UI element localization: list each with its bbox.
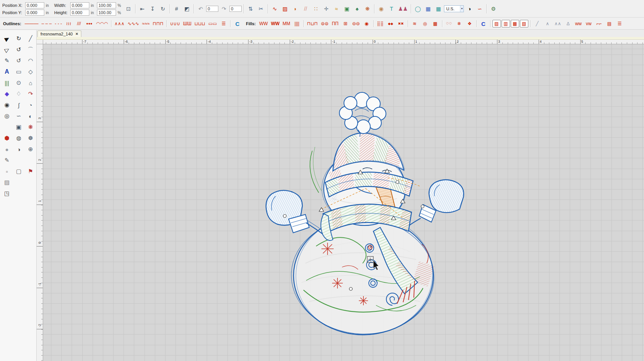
motif-gear-icon[interactable]: ❋ — [363, 3, 372, 14]
position-y-input[interactable] — [25, 10, 44, 16]
node-select-tool-icon[interactable]: ▷ — [0, 42, 15, 57]
fill-ellipses-icon[interactable]: ⊖⊖ — [351, 19, 361, 28]
outline-dash-short-icon[interactable]: - - - — [53, 19, 63, 28]
mirror-horizontal-icon[interactable]: ⇤ — [137, 3, 147, 14]
mitten-right[interactable] — [408, 180, 464, 226]
outline-loops-icon[interactable]: ∪∪∪ — [169, 19, 181, 28]
outline-wave-tight-icon[interactable]: ≈≈≈ — [141, 19, 151, 28]
undo-icon[interactable]: ↶ — [196, 3, 205, 14]
grid-blue-icon[interactable]: ▦ — [423, 3, 433, 14]
units-select[interactable]: U.S.▾ — [444, 5, 464, 12]
fill-spiral-icon[interactable]: ◎ — [420, 19, 430, 28]
fill-zigzag-m-icon[interactable]: MM — [281, 19, 291, 28]
outline-steps-icon[interactable]: ⊔⊔⊔ — [194, 19, 207, 28]
hexagon-tool-icon[interactable]: ⬢ — [1, 133, 13, 143]
redo-icon[interactable]: ↷ — [219, 3, 229, 14]
monogram-tool-icon[interactable]: ||| — [1, 77, 13, 88]
dropdown-arrow-icon[interactable]: ▾ — [460, 6, 463, 12]
house-tool-icon[interactable]: ⌂ — [25, 77, 36, 88]
crosshair-tool-icon[interactable]: ⊕ — [25, 144, 36, 155]
stitch-slant-icon[interactable]: // — [301, 3, 310, 14]
grid-teal-icon[interactable]: ▦ — [434, 3, 443, 14]
lens-tool-icon[interactable]: ◑ — [13, 144, 24, 155]
fill-zigzag-w2-icon[interactable]: ww — [574, 19, 583, 28]
fill-vertical-box-icon[interactable]: ▥ — [502, 20, 510, 27]
curve-path-icon[interactable]: ∽ — [475, 3, 484, 14]
width-input[interactable] — [70, 2, 89, 8]
tree-icon[interactable]: ♠ — [352, 3, 362, 14]
small-square-tool-icon[interactable]: ▫ — [1, 166, 13, 177]
dome-tool-icon[interactable]: ◠ — [25, 55, 36, 66]
fill-gear-ring-icon[interactable]: ◉ — [362, 19, 371, 28]
scissors-icon[interactable]: ✂ — [256, 3, 266, 14]
flower-tool-icon[interactable]: ❋ — [25, 122, 36, 132]
crop-tool-icon[interactable]: ◳ — [1, 188, 13, 199]
outline-circle-run-icon[interactable]: C — [232, 19, 242, 28]
halfmoon-tool-icon[interactable]: ◐ — [25, 111, 36, 121]
opacity-tool-icon[interactable]: ▨ — [1, 177, 13, 188]
rotate-angle-input[interactable] — [206, 6, 218, 12]
ellipse-node-tool-icon[interactable]: ⊙ — [13, 77, 24, 88]
marquee-tool-icon[interactable]: ▢ — [13, 166, 24, 177]
width-percent-input[interactable] — [97, 2, 116, 8]
machine-settings-icon[interactable]: ⚙ — [489, 3, 498, 14]
rotate-ccw-tool-icon[interactable]: ↺ — [13, 44, 24, 55]
image-icon[interactable]: ▣ — [342, 3, 352, 14]
outline-slash-icon[interactable]: /// — [74, 19, 84, 28]
fill-pi-icon[interactable]: ΠΠ — [331, 19, 340, 28]
paste-format-icon[interactable]: ⊡ — [124, 3, 133, 14]
bezier-tool-icon[interactable]: ∫ — [13, 100, 24, 110]
outline-scallop-icon[interactable]: ◠◠◠ — [95, 19, 109, 28]
outline-zigzag-small-icon[interactable]: ∧∧∧ — [113, 19, 126, 28]
stitch-confetti-icon[interactable]: ∷ — [311, 3, 321, 14]
sculpt-tool-icon[interactable]: ✎ — [1, 55, 13, 66]
redraw-tool-icon[interactable]: ↻ — [13, 33, 24, 44]
position-x-input[interactable] — [25, 2, 44, 8]
pie-tool-icon[interactable]: ◔ — [25, 100, 36, 110]
fill-steps2-icon[interactable]: ⌐⌐ — [594, 19, 604, 28]
hoop-oval-icon[interactable]: ◯ — [413, 3, 423, 14]
stitch-hatch-icon[interactable]: ▨ — [280, 3, 290, 14]
outline-script-icon[interactable]: ≀≀≀ — [64, 19, 73, 28]
ring2-tool-icon[interactable]: ◎ — [1, 111, 13, 121]
circle-tool-icon[interactable]: ● — [1, 144, 13, 155]
fill-square-wave-icon[interactable]: ⊓⊔⊓ — [306, 19, 319, 28]
fill-crosses-icon[interactable]: ✖✖ — [396, 19, 406, 28]
outline-grass-icon[interactable]: ШШ — [182, 19, 193, 28]
document-tab[interactable]: fresnowma2_140 ✕ — [37, 31, 81, 37]
outline-dash-long-icon[interactable]: ——— — [24, 19, 40, 28]
fill-sketch-peaks2-icon[interactable]: ∧∧ — [553, 19, 563, 28]
mitten-left[interactable] — [266, 190, 327, 236]
resequence-icon[interactable]: ⇅ — [246, 3, 255, 14]
stitch-wave-icon[interactable]: ≈ — [332, 3, 341, 14]
fill-dots-box-icon[interactable]: ▩ — [511, 20, 519, 27]
mirror-vertical-icon[interactable]: ↧ — [148, 3, 157, 14]
skew-angle-input[interactable] — [229, 6, 242, 12]
stitch-pin-icon[interactable]: ✛ — [321, 3, 331, 14]
fill-motif-ornament-icon[interactable]: ❖ — [465, 19, 475, 28]
pencil-tool-icon[interactable]: ✎ — [1, 155, 13, 166]
text-tool-icon[interactable]: A — [1, 66, 13, 77]
rectangle-tool-icon[interactable]: ▭ — [13, 66, 24, 77]
outline-square-wave-icon[interactable]: ⊓⊓⊓ — [152, 19, 165, 28]
outline-dash-medium-icon[interactable]: – – – — [40, 19, 53, 28]
horizontal-ruler[interactable]: -7-6-5-4-3-2-1012345 — [43, 40, 644, 44]
outline-blocks-icon[interactable]: ▭▭ — [207, 19, 218, 28]
fill-zigzag-bold-icon[interactable]: WW — [270, 19, 281, 28]
fill-sketch-peak-icon[interactable]: ∧ — [543, 19, 552, 28]
fill-sketch-slant-icon[interactable]: ╱ — [533, 19, 542, 28]
tshirt-icon[interactable]: T — [387, 3, 396, 14]
design-canvas[interactable] — [43, 44, 644, 361]
fill-ripple-icon[interactable]: ≋ — [410, 19, 420, 28]
fill-motif-hearts-icon[interactable]: ♡♡ — [444, 19, 454, 28]
contrast-icon[interactable]: ◑ — [465, 3, 474, 14]
freeform-tool-icon[interactable]: ♢ — [13, 89, 24, 99]
ring-tool-icon[interactable]: ◉ — [1, 100, 13, 110]
fill-ovals-icon[interactable]: ⊜⊜ — [320, 19, 329, 28]
fill-weave-icon[interactable]: ▩ — [431, 19, 440, 28]
flag-tool-icon[interactable]: ⚑ — [25, 166, 36, 177]
fill-zigzag-box-icon[interactable]: ▧ — [520, 20, 528, 27]
fill-rows-icon[interactable]: ☰ — [615, 19, 625, 28]
scale-calc-icon[interactable]: # — [172, 3, 181, 14]
fill-motif-snow-icon[interactable]: ❄ — [455, 19, 464, 28]
